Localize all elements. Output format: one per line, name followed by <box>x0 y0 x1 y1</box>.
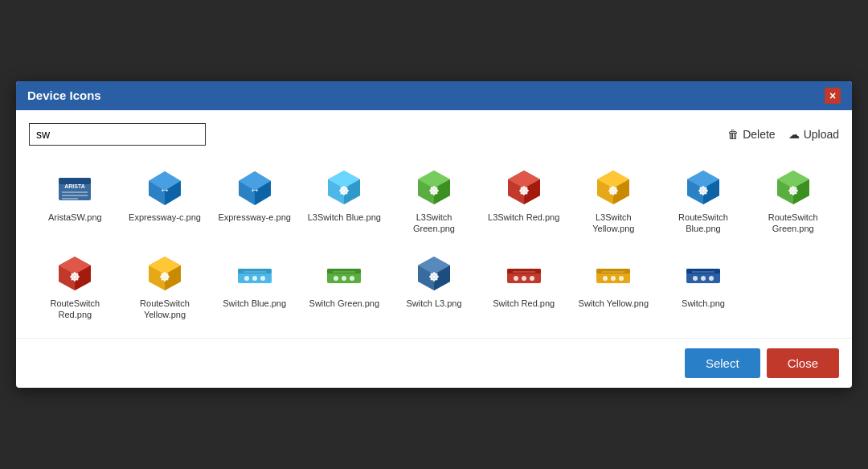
icon-image <box>503 253 545 294</box>
device-icons-modal: Device Icons × 🗑 Delete ☁ Upload <box>16 81 852 388</box>
svg-point-115 <box>603 276 608 281</box>
icon-label: Switch Red.png <box>493 298 555 309</box>
icon-label: Switch Yellow.png <box>579 298 649 309</box>
svg-point-89 <box>252 276 257 281</box>
icon-item[interactable]: L3Switch Green.png <box>391 162 477 240</box>
svg-point-122 <box>701 276 706 281</box>
icon-label: Switch Green.png <box>309 298 379 309</box>
icon-item[interactable]: Switch Yellow.png <box>571 248 657 326</box>
delete-label: Delete <box>743 128 775 141</box>
modal-body: 🗑 Delete ☁ Upload ARISTA Arista <box>16 110 852 338</box>
delete-button[interactable]: 🗑 Delete <box>727 128 775 141</box>
icon-item[interactable]: L3Switch Red.png <box>481 162 567 240</box>
icon-item[interactable]: ↔ Expressway-e.png <box>211 162 297 240</box>
icon-image <box>772 167 814 208</box>
toolbar-actions: 🗑 Delete ☁ Upload <box>727 128 839 141</box>
svg-point-95 <box>342 276 346 281</box>
icon-image: ↔ <box>144 167 186 208</box>
upload-icon: ☁ <box>788 128 800 141</box>
svg-point-121 <box>693 276 698 281</box>
svg-point-94 <box>334 276 338 281</box>
icons-grid: ARISTA AristaSW.png ↔ Expressway-c.png ↔… <box>29 162 839 325</box>
icon-item[interactable]: L3Switch Blue.png <box>301 162 387 240</box>
icon-image <box>592 253 634 294</box>
icon-item[interactable]: Switch Red.png <box>481 248 567 326</box>
icon-label: RouteSwitch Red.png <box>37 298 113 321</box>
icon-item[interactable]: Switch Green.png <box>301 248 387 326</box>
upload-label: Upload <box>804 128 839 141</box>
svg-rect-114 <box>596 269 630 274</box>
icon-label: Switch.png <box>682 298 725 309</box>
icon-item[interactable]: RouteSwitch Red.png <box>32 248 118 326</box>
svg-text:↔: ↔ <box>159 183 170 196</box>
icon-item[interactable]: ARISTA AristaSW.png <box>32 162 118 240</box>
svg-rect-93 <box>327 269 361 274</box>
icon-image <box>54 253 96 294</box>
icon-image <box>323 167 365 208</box>
modal-header: Device Icons × <box>16 81 852 110</box>
icon-label: L3Switch Green.png <box>396 212 473 235</box>
svg-point-116 <box>611 276 616 281</box>
icon-item[interactable]: L3Switch Yellow.png <box>571 162 657 240</box>
icon-label: Switch L3.png <box>406 298 461 309</box>
icon-label: L3Switch Blue.png <box>308 212 381 223</box>
svg-point-111 <box>530 276 534 281</box>
modal-close-button[interactable]: × <box>825 88 841 104</box>
icon-item[interactable]: Switch L3.png <box>391 248 477 326</box>
icon-label: Expressway-c.png <box>129 212 201 223</box>
svg-point-88 <box>244 276 249 281</box>
icon-image <box>503 167 545 208</box>
trash-icon: 🗑 <box>727 128 739 141</box>
icon-image <box>592 167 634 208</box>
upload-button[interactable]: ☁ Upload <box>788 128 839 141</box>
svg-text:↔: ↔ <box>249 183 260 196</box>
svg-rect-120 <box>686 269 720 274</box>
search-input[interactable] <box>29 123 206 146</box>
svg-point-117 <box>619 276 624 281</box>
icon-label: RouteSwitch Blue.png <box>665 212 742 235</box>
icon-item[interactable]: RouteSwitch Yellow.png <box>122 248 208 326</box>
svg-rect-108 <box>507 269 541 274</box>
svg-point-110 <box>522 276 526 281</box>
icon-label: Expressway-e.png <box>218 212 291 223</box>
icon-image <box>682 167 724 208</box>
icon-image <box>323 253 365 294</box>
icon-item[interactable]: RouteSwitch Green.png <box>750 162 836 240</box>
icon-label: RouteSwitch Green.png <box>755 212 831 235</box>
icon-image <box>234 253 276 294</box>
select-button[interactable]: Select <box>685 348 760 378</box>
icon-image <box>413 167 455 208</box>
icon-label: RouteSwitch Yellow.png <box>127 298 203 321</box>
icon-label: AristaSW.png <box>48 212 102 223</box>
modal-title: Device Icons <box>27 88 101 102</box>
toolbar: 🗑 Delete ☁ Upload <box>29 123 839 146</box>
svg-point-109 <box>514 276 518 281</box>
svg-rect-87 <box>238 269 272 274</box>
icon-image <box>144 253 186 294</box>
svg-point-96 <box>350 276 354 281</box>
svg-point-123 <box>709 276 714 281</box>
icon-label: Switch Blue.png <box>223 298 286 309</box>
icon-item[interactable]: Switch.png <box>661 248 747 326</box>
icon-item[interactable]: RouteSwitch Blue.png <box>661 162 747 240</box>
icon-item[interactable]: ↔ Expressway-c.png <box>122 162 208 240</box>
svg-point-90 <box>260 276 265 281</box>
icon-item[interactable]: Switch Blue.png <box>211 248 297 326</box>
icon-label: L3Switch Yellow.png <box>575 212 652 235</box>
svg-text:ARISTA: ARISTA <box>65 183 86 189</box>
icon-image: ARISTA <box>54 167 96 208</box>
modal-footer: Select Close <box>16 338 852 388</box>
modal-overlay: Device Icons × 🗑 Delete ☁ Upload <box>0 0 868 469</box>
close-button[interactable]: Close <box>767 348 839 378</box>
icon-label: L3Switch Red.png <box>488 212 559 223</box>
icon-image <box>413 253 455 294</box>
icon-image: ↔ <box>234 167 276 208</box>
icon-image <box>682 253 724 294</box>
